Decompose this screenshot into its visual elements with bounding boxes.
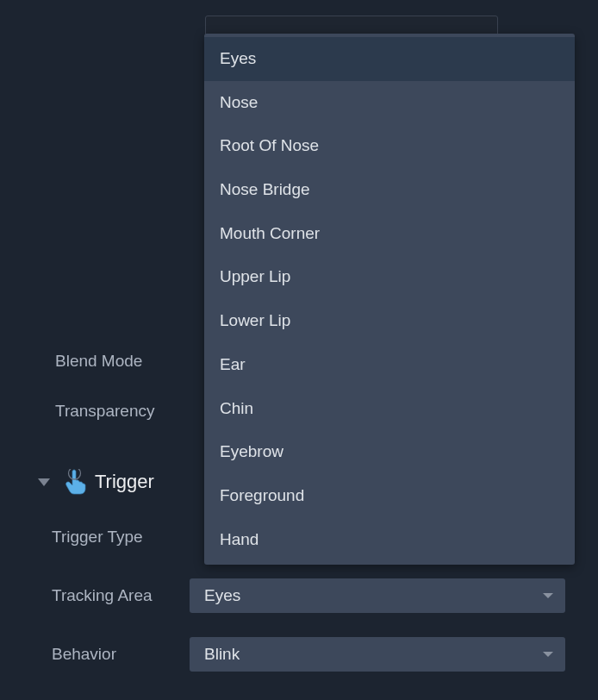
behavior-value: Blink: [204, 645, 240, 664]
tracking-area-row: Tracking Area Eyes: [38, 566, 589, 625]
tracking-area-option[interactable]: Lower Lip: [204, 299, 575, 343]
tracking-area-option[interactable]: Eyebrow: [204, 430, 575, 474]
tracking-area-option[interactable]: Eyes: [204, 37, 575, 81]
transparency-label: Transparency: [38, 402, 178, 421]
blend-mode-label: Blend Mode: [38, 352, 178, 371]
chevron-down-icon: [543, 593, 553, 598]
tracking-area-option[interactable]: Chin: [204, 387, 575, 431]
tracking-area-option[interactable]: Upper Lip: [204, 255, 575, 299]
trigger-section-title: Trigger: [95, 471, 154, 493]
tracking-area-option[interactable]: Ear: [204, 343, 575, 387]
tracking-area-value: Eyes: [204, 586, 240, 605]
trigger-type-label: Trigger Type: [38, 528, 178, 547]
tracking-area-dropdown-list[interactable]: EyesNoseRoot Of NoseNose BridgeMouth Cor…: [204, 34, 575, 565]
tracking-area-select[interactable]: Eyes: [190, 578, 565, 613]
behavior-select[interactable]: Blink: [190, 637, 565, 672]
tracking-area-option[interactable]: Nose: [204, 81, 575, 125]
tracking-area-option[interactable]: Mouth Corner: [204, 212, 575, 256]
tracking-area-option[interactable]: Hand: [204, 518, 575, 562]
section-toggle-icon[interactable]: [38, 478, 50, 486]
behavior-row: Behavior Blink: [38, 625, 589, 684]
tracking-area-label: Tracking Area: [38, 586, 178, 605]
tracking-area-option[interactable]: Nose Bridge: [204, 168, 575, 212]
behavior-label: Behavior: [38, 645, 178, 664]
inspector-panel: EyesNoseRoot Of NoseNose BridgeMouth Cor…: [0, 0, 598, 16]
tracking-area-option[interactable]: Root Of Nose: [204, 124, 575, 168]
trigger-pointer-icon: [62, 469, 88, 495]
tracking-area-option[interactable]: Foreground: [204, 474, 575, 518]
chevron-down-icon: [543, 652, 553, 657]
